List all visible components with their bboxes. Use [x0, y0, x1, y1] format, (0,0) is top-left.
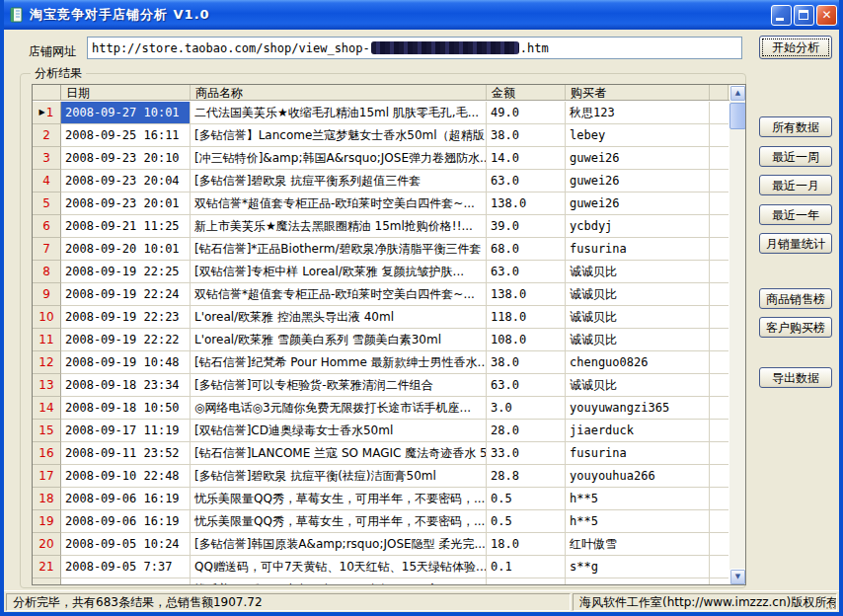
cell-date[interactable]: 2008-09-27 10:01: [61, 102, 191, 124]
cell-amount[interactable]: 38.0: [487, 124, 566, 147]
cell-product-name[interactable]: 二代法国美芙乐★收缩毛孔精油15ml 肌肤零毛孔,毛...: [191, 102, 487, 124]
cell-buyer[interactable]: ycbdyj: [566, 215, 710, 238]
table-row[interactable]: 192008-09-06 16:19忧乐美限量QQ秀，草莓女生，可用半年，不要密…: [33, 510, 728, 533]
cell-date[interactable]: 2008-09-19 22:23: [61, 306, 191, 329]
export-data-button[interactable]: 导出数据: [759, 367, 832, 388]
cell-buyer[interactable]: 诚诚贝比: [566, 374, 710, 397]
cell-amount[interactable]: 28.8: [487, 465, 566, 488]
all-data-button[interactable]: 所有数据: [759, 116, 832, 137]
close-button[interactable]: ✕: [816, 5, 837, 26]
cell-buyer[interactable]: s**g: [566, 556, 710, 578]
cell-product-name[interactable]: [钻石信誉]LANCOME 兰寇 SO MAGIC 魔法奇迹香水 50ML: [191, 442, 487, 465]
cell-date[interactable]: 2008-09-17 11:19: [61, 420, 191, 442]
product-rank-button[interactable]: 商品销售榜: [759, 288, 832, 309]
cell-product-name[interactable]: [双钻信誉]专柜中样 Loreal/欧莱雅 复颜抗皱护肤...: [191, 261, 487, 283]
cell-buyer[interactable]: chenguo0826: [566, 351, 710, 374]
cell-amount[interactable]: 0.2: [487, 578, 566, 585]
cell-amount[interactable]: 18.0: [487, 533, 566, 556]
table-row[interactable]: 152008-09-17 11:19[双钻信誉]CD迪奥绿毒女士香水50ml28…: [33, 420, 728, 442]
table-row[interactable]: 202008-09-05 10:24[多钻信誉]韩国原装A&amp;rsquo;…: [33, 533, 728, 556]
cell-buyer[interactable]: h**5: [566, 488, 710, 510]
cell-date[interactable]: 2008-09-21 11:25: [61, 215, 191, 238]
cell-buyer[interactable]: 红叶傲雪: [566, 533, 710, 556]
table-row[interactable]: 142008-09-18 10:50◎网络电话◎3元随你免费无限拨打长途市话手机…: [33, 397, 728, 420]
cell-amount[interactable]: 63.0: [487, 261, 566, 283]
cell-amount[interactable]: 63.0: [487, 374, 566, 397]
cell-buyer[interactable]: jiaerduck: [566, 420, 710, 442]
cell-amount[interactable]: 108.0: [487, 329, 566, 351]
cell-buyer[interactable]: guwei26: [566, 192, 710, 215]
cell-product-name[interactable]: 忧乐美QQ秀，巧克力男生，可用半年，不要密码，只...: [191, 578, 487, 585]
last-year-button[interactable]: 最近一年: [759, 204, 832, 225]
cell-product-name[interactable]: 新上市美芙乐★魔法去黑眼圈精油 15ml抢购价格!!...: [191, 215, 487, 238]
table-row[interactable]: 92008-09-19 22:24双钻信誉*超值套专柜正品-欧珀莱时空美白四件套…: [33, 283, 728, 306]
cell-amount[interactable]: 68.0: [487, 238, 566, 261]
customer-rank-button[interactable]: 客户购买榜: [759, 317, 832, 338]
cell-product-name[interactable]: L'oreal/欧莱雅 雪颜美白系列 雪颜美白素30ml: [191, 329, 487, 351]
table-row[interactable]: 112008-09-19 22:22L'oreal/欧莱雅 雪颜美白系列 雪颜美…: [33, 329, 728, 351]
cell-date[interactable]: 2008-09-18 10:50: [61, 397, 191, 420]
cell-amount[interactable]: 118.0: [487, 306, 566, 329]
last-month-button[interactable]: 最近一月: [759, 175, 832, 195]
cell-amount[interactable]: 39.0: [487, 215, 566, 238]
table-row[interactable]: 212008-09-05 7:37QQ赠送码，可中7天黄钻、10天红钻、15天绿…: [33, 556, 728, 578]
cell-product-name[interactable]: L'oreal/欧莱雅 控油黑头导出液 40ml: [191, 306, 487, 329]
cell-product-name[interactable]: 双钻信誉*超值套专柜正品-欧珀莱时空美白四件套~...: [191, 283, 487, 306]
cell-product-name[interactable]: [多钻信誉]碧欧泉 抗痘平衡系列超值三件套: [191, 170, 487, 192]
cell-amount[interactable]: 14.0: [487, 147, 566, 170]
cell-date[interactable]: 2008-09-23 20:10: [61, 147, 191, 170]
cell-product-name[interactable]: [多钻信誉]韩国原装A&amp;rsquo;JOSE隐型 柔光完...: [191, 533, 487, 556]
table-row[interactable]: 162008-09-11 23:52[钻石信誉]LANCOME 兰寇 SO MA…: [33, 442, 728, 465]
cell-product-name[interactable]: 忧乐美限量QQ秀，草莓女生，可用半年，不要密码，...: [191, 510, 487, 533]
cell-buyer[interactable]: fusurina: [566, 442, 710, 465]
cell-product-name[interactable]: [冲三钻特价]&amp;韩国A&rsquo;JOSE弹力卷翘防水...: [191, 147, 487, 170]
cell-amount[interactable]: 49.0: [487, 102, 566, 124]
cell-buyer[interactable]: 诚诚贝比: [566, 283, 710, 306]
cell-date[interactable]: 2008-09-19 22:22: [61, 329, 191, 351]
cell-date[interactable]: 2008-09-18 23:34: [61, 374, 191, 397]
cell-product-name[interactable]: [双钻信誉]CD迪奥绿毒女士香水50ml: [191, 420, 487, 442]
table-row[interactable]: 52008-09-23 20:01双钻信誉*超值套专柜正品-欧珀莱时空美白四件套…: [33, 192, 728, 215]
table-row[interactable]: 42008-09-23 20:04[多钻信誉]碧欧泉 抗痘平衡系列超值三件套63…: [33, 170, 728, 192]
cell-amount[interactable]: 138.0: [487, 283, 566, 306]
cell-buyer[interactable]: s**1: [566, 578, 710, 585]
cell-product-name[interactable]: [多钻信誉]碧欧泉 抗痘平衡(祛痘)洁面膏50ml: [191, 465, 487, 488]
table-row[interactable]: 172008-09-10 22:48[多钻信誉]碧欧泉 抗痘平衡(祛痘)洁面膏5…: [33, 465, 728, 488]
cell-date[interactable]: 2008-09-05 10:24: [61, 533, 191, 556]
cell-date[interactable]: 2008-09-23 20:04: [61, 170, 191, 192]
table-row[interactable]: 72008-09-20 10:01[钻石信誉]*正品Biotherm/碧欧泉净肤…: [33, 238, 728, 261]
cell-date[interactable]: 2008-09-05 7:37: [61, 556, 191, 578]
cell-buyer[interactable]: 秋思123: [566, 102, 710, 124]
cell-product-name[interactable]: [多钻信誉】Lancome兰寇梦魅女士香水50ml（超精版）: [191, 124, 487, 147]
cell-date[interactable]: 2008-09-05 5:01: [61, 578, 191, 585]
cell-amount[interactable]: 138.0: [487, 192, 566, 215]
cell-buyer[interactable]: 诚诚贝比: [566, 261, 710, 283]
maximize-button[interactable]: [794, 5, 814, 26]
table-row[interactable]: ▶12008-09-27 10:01二代法国美芙乐★收缩毛孔精油15ml 肌肤零…: [33, 102, 728, 124]
cell-amount[interactable]: 0.5: [487, 510, 566, 533]
scroll-up-icon[interactable]: ▲: [729, 85, 746, 102]
cell-date[interactable]: 2008-09-19 22:24: [61, 283, 191, 306]
start-analysis-button[interactable]: 开始分析: [759, 36, 832, 59]
cell-product-name[interactable]: [钻石信誉]*正品Biotherm/碧欧泉净肤清脂平衡三件套: [191, 238, 487, 261]
cell-amount[interactable]: 33.0: [487, 442, 566, 465]
cell-date[interactable]: 2008-09-20 10:01: [61, 238, 191, 261]
cell-product-name[interactable]: 双钻信誉*超值套专柜正品-欧珀莱时空美白四件套~...: [191, 192, 487, 215]
cell-date[interactable]: 2008-09-25 16:11: [61, 124, 191, 147]
table-row[interactable]: 32008-09-23 20:10[冲三钻特价]&amp;韩国A&rsquo;J…: [33, 147, 728, 170]
cell-date[interactable]: 2008-09-10 22:48: [61, 465, 191, 488]
resize-grip-icon[interactable]: [825, 598, 838, 611]
cell-buyer[interactable]: fusurina: [566, 238, 710, 261]
cell-buyer[interactable]: guwei26: [566, 147, 710, 170]
monthly-stats-button[interactable]: 月销量统计: [759, 233, 832, 254]
cell-product-name[interactable]: [钻石信誉]纪梵希 Pour Homme 最新款绅士男性香水...: [191, 351, 487, 374]
table-row[interactable]: 222008-09-05 5:01忧乐美QQ秀，巧克力男生，可用半年，不要密码，…: [33, 578, 728, 585]
table-row[interactable]: 132008-09-18 23:34[多钻信誉]可以专柜验货-欧莱雅清润二件组合…: [33, 374, 728, 397]
cell-amount[interactable]: 63.0: [487, 170, 566, 192]
cell-amount[interactable]: 0.5: [487, 488, 566, 510]
cell-product-name[interactable]: QQ赠送码，可中7天黄钻、10天红钻、15天绿钻体验...: [191, 556, 487, 578]
cell-date[interactable]: 2008-09-19 10:48: [61, 351, 191, 374]
table-row[interactable]: 62008-09-21 11:25新上市美芙乐★魔法去黑眼圈精油 15ml抢购价…: [33, 215, 728, 238]
cell-product-name[interactable]: 忧乐美限量QQ秀，草莓女生，可用半年，不要密码，...: [191, 488, 487, 510]
cell-amount[interactable]: 3.0: [487, 397, 566, 420]
